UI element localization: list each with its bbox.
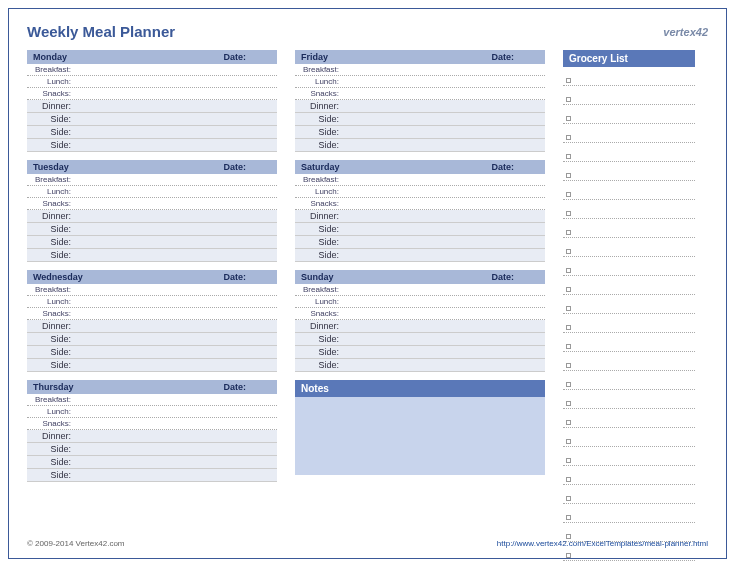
snacks-row[interactable]: Snacks: (27, 308, 277, 320)
side-row[interactable]: Side: (295, 139, 545, 152)
side-row[interactable]: Side: (27, 139, 277, 152)
side-row[interactable]: Side: (295, 333, 545, 346)
side-row[interactable]: Side: (295, 113, 545, 126)
side-row[interactable]: Side: (27, 359, 277, 372)
dinner-row[interactable]: Dinner: (27, 320, 277, 333)
side-row[interactable]: Side: (27, 113, 277, 126)
dinner-row[interactable]: Dinner: (295, 100, 545, 113)
checkbox-icon[interactable] (566, 496, 571, 501)
grocery-item[interactable] (563, 94, 695, 105)
grocery-item[interactable] (563, 474, 695, 485)
checkbox-icon[interactable] (566, 211, 571, 216)
checkbox-icon[interactable] (566, 420, 571, 425)
lunch-row[interactable]: Lunch: (27, 406, 277, 418)
notes-body[interactable] (295, 397, 545, 475)
side-row[interactable]: Side: (27, 456, 277, 469)
grocery-item[interactable] (563, 208, 695, 219)
breakfast-row[interactable]: Breakfast: (295, 174, 545, 186)
grocery-item[interactable] (563, 189, 695, 200)
dinner-row[interactable]: Dinner: (295, 320, 545, 333)
grocery-item[interactable] (563, 436, 695, 447)
checkbox-icon[interactable] (566, 382, 571, 387)
checkbox-icon[interactable] (566, 439, 571, 444)
checkbox-icon[interactable] (566, 401, 571, 406)
grocery-item[interactable] (563, 75, 695, 86)
checkbox-icon[interactable] (566, 458, 571, 463)
snacks-row[interactable]: Snacks: (27, 198, 277, 210)
side-row[interactable]: Side: (27, 126, 277, 139)
checkbox-icon[interactable] (566, 553, 571, 558)
checkbox-icon[interactable] (566, 97, 571, 102)
checkbox-icon[interactable] (566, 344, 571, 349)
grocery-item[interactable] (563, 132, 695, 143)
grocery-item[interactable] (563, 360, 695, 371)
breakfast-row[interactable]: Breakfast: (27, 284, 277, 296)
grocery-item[interactable] (563, 341, 695, 352)
lunch-row[interactable]: Lunch: (27, 186, 277, 198)
side-row[interactable]: Side: (27, 346, 277, 359)
breakfast-row[interactable]: Breakfast: (295, 64, 545, 76)
source-link[interactable]: http://www.vertex42.com/ExcelTemplates/m… (497, 539, 708, 548)
side-row[interactable]: Side: (295, 249, 545, 262)
grocery-item[interactable] (563, 265, 695, 276)
checkbox-icon[interactable] (566, 268, 571, 273)
grocery-item[interactable] (563, 303, 695, 314)
checkbox-icon[interactable] (566, 116, 571, 121)
dinner-row[interactable]: Dinner: (27, 210, 277, 223)
dinner-row[interactable]: Dinner: (295, 210, 545, 223)
side-row[interactable]: Side: (295, 359, 545, 372)
checkbox-icon[interactable] (566, 230, 571, 235)
snacks-row[interactable]: Snacks: (27, 88, 277, 100)
checkbox-icon[interactable] (566, 363, 571, 368)
grocery-item[interactable] (563, 151, 695, 162)
side-row[interactable]: Side: (27, 223, 277, 236)
checkbox-icon[interactable] (566, 78, 571, 83)
grocery-item[interactable] (563, 455, 695, 466)
checkbox-icon[interactable] (566, 477, 571, 482)
lunch-row[interactable]: Lunch: (295, 76, 545, 88)
checkbox-icon[interactable] (566, 173, 571, 178)
checkbox-icon[interactable] (566, 135, 571, 140)
side-row[interactable]: Side: (295, 223, 545, 236)
breakfast-row[interactable]: Breakfast: (295, 284, 545, 296)
side-row[interactable]: Side: (295, 236, 545, 249)
checkbox-icon[interactable] (566, 192, 571, 197)
grocery-item[interactable] (563, 227, 695, 238)
checkbox-icon[interactable] (566, 154, 571, 159)
breakfast-row[interactable]: Breakfast: (27, 174, 277, 186)
grocery-item[interactable] (563, 379, 695, 390)
breakfast-row[interactable]: Breakfast: (27, 64, 277, 76)
grocery-item[interactable] (563, 398, 695, 409)
grocery-item[interactable] (563, 284, 695, 295)
dinner-row[interactable]: Dinner: (27, 100, 277, 113)
dinner-row[interactable]: Dinner: (27, 430, 277, 443)
checkbox-icon[interactable] (566, 534, 571, 539)
lunch-row[interactable]: Lunch: (27, 296, 277, 308)
side-row[interactable]: Side: (27, 236, 277, 249)
checkbox-icon[interactable] (566, 287, 571, 292)
lunch-row[interactable]: Lunch: (295, 186, 545, 198)
side-row[interactable]: Side: (295, 346, 545, 359)
lunch-row[interactable]: Lunch: (295, 296, 545, 308)
snacks-row[interactable]: Snacks: (295, 198, 545, 210)
grocery-item[interactable] (563, 113, 695, 124)
grocery-item[interactable] (563, 550, 695, 561)
side-row[interactable]: Side: (27, 443, 277, 456)
grocery-item[interactable] (563, 417, 695, 428)
side-row[interactable]: Side: (295, 126, 545, 139)
checkbox-icon[interactable] (566, 325, 571, 330)
checkbox-icon[interactable] (566, 249, 571, 254)
checkbox-icon[interactable] (566, 306, 571, 311)
grocery-item[interactable] (563, 170, 695, 181)
grocery-item[interactable] (563, 322, 695, 333)
grocery-item[interactable] (563, 246, 695, 257)
side-row[interactable]: Side: (27, 333, 277, 346)
side-row[interactable]: Side: (27, 469, 277, 482)
snacks-row[interactable]: Snacks: (295, 308, 545, 320)
snacks-row[interactable]: Snacks: (295, 88, 545, 100)
grocery-item[interactable] (563, 493, 695, 504)
breakfast-row[interactable]: Breakfast: (27, 394, 277, 406)
grocery-item[interactable] (563, 512, 695, 523)
checkbox-icon[interactable] (566, 515, 571, 520)
snacks-row[interactable]: Snacks: (27, 418, 277, 430)
